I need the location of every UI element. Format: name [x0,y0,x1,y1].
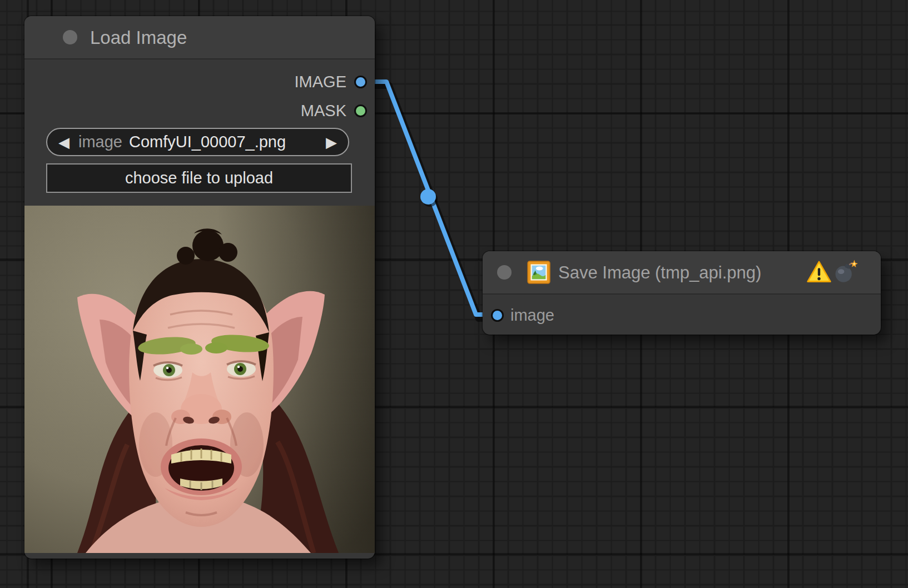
combo-widget-value: ComfyUI_00007_.png [129,133,286,151]
output-dot-mask[interactable] [354,104,367,117]
combo-left-arrow-icon[interactable]: ◀ [58,135,70,150]
output-dot-image[interactable] [354,76,367,88]
preview-alt-text: Photo preview: troll-like man with huge … [0,0,1,1]
combo-right-arrow-icon[interactable]: ▶ [326,135,337,150]
image-preview [24,206,375,553]
link-image-to-save[interactable] [361,82,497,318]
load-image-title-bar[interactable]: Load Image [24,16,375,59]
comfyui-canvas[interactable]: { "canvas": { "background": "#242424", "… [0,0,908,588]
save-image-node[interactable]: Save Image (tmp_api.png) image [483,251,881,335]
input-dot-image[interactable] [491,309,504,322]
node-status-dot[interactable] [497,265,512,280]
node-title: Load Image [90,16,187,58]
output-label-image: IMAGE [295,72,346,91]
load-image-node[interactable]: Load Image IMAGE MASK ◀ image ComfyUI_00… [24,16,375,559]
link-midpoint-shadow [422,191,438,207]
warning-icon [806,260,832,285]
input-label-image: image [510,306,554,325]
node-title: Save Image (tmp_api.png) [558,251,761,293]
link-midpoint-dot[interactable] [420,189,436,205]
image-filename-combo[interactable]: ◀ image ComfyUI_00007_.png ▶ [46,128,349,156]
node-status-dot[interactable] [63,30,77,44]
framed-picture-icon [527,261,550,284]
choose-file-button[interactable]: choose file to upload [46,163,352,193]
combo-widget-label: image [78,133,122,151]
bomb-icon [833,258,859,284]
save-image-title-bar[interactable]: Save Image (tmp_api.png) [483,251,881,295]
output-label-mask: MASK [301,101,346,120]
